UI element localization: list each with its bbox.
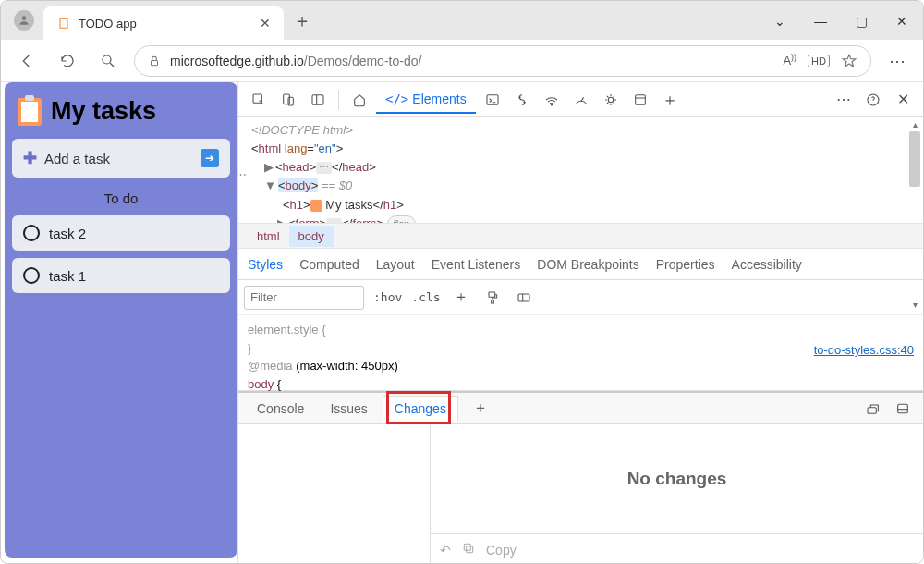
add-task-placeholder: Add a task	[44, 151, 110, 166]
svg-rect-8	[312, 94, 323, 104]
application-tab-icon[interactable]	[627, 87, 653, 113]
drawer-more-icon[interactable]: ＋	[462, 394, 499, 423]
favorite-icon[interactable]	[841, 53, 857, 69]
device-icon[interactable]	[275, 87, 301, 113]
url-text: microsoftedge.github.io/Demos/demo-to-do…	[170, 54, 421, 68]
cls-toggle[interactable]: .cls	[411, 290, 440, 304]
svg-rect-10	[487, 94, 498, 104]
svg-rect-16	[489, 292, 495, 297]
menu-button[interactable]: ⋯	[882, 46, 912, 76]
submit-task-button[interactable]: ➔	[201, 149, 219, 167]
app-header: My tasks	[12, 90, 230, 139]
svg-rect-13	[635, 94, 645, 104]
home-icon[interactable]	[346, 87, 372, 113]
refresh-button[interactable]	[53, 46, 82, 76]
tab-title: TODO app	[79, 17, 137, 31]
tab-elements[interactable]: </>Elements	[376, 86, 476, 114]
window-controls: ⌄ — ▢ ✕	[764, 8, 918, 34]
svg-rect-4	[152, 60, 158, 65]
new-style-rule-icon[interactable]: ＋	[450, 287, 472, 309]
svg-rect-18	[518, 294, 529, 301]
flex-icon[interactable]	[513, 287, 535, 309]
drawer-tabs: Console Issues Changes ＋	[238, 393, 923, 424]
dom-tree[interactable]: ⋯ <!DOCTYPE html> <html lang="en"> ▶<hea…	[238, 117, 923, 223]
back-button[interactable]	[12, 46, 42, 76]
devtools-panel: </>Elements ＋ ⋯ ✕ ⋯ <!DOCTYPE html> <htm…	[237, 82, 923, 564]
scrollbar[interactable]: ▴ ▾	[908, 119, 921, 310]
undo-icon[interactable]: ↶	[440, 543, 451, 558]
svg-rect-20	[868, 407, 876, 413]
subtab-styles[interactable]: Styles	[248, 257, 283, 272]
subtab-layout[interactable]: Layout	[376, 257, 415, 272]
browser-tab[interactable]: TODO app ✕	[43, 6, 284, 40]
svg-point-11	[551, 104, 552, 104]
breadcrumb[interactable]: html body	[238, 223, 923, 249]
task-item[interactable]: task 1	[12, 258, 230, 293]
dock-icon[interactable]	[305, 87, 331, 113]
subtab-events[interactable]: Event Listeners	[432, 257, 521, 272]
inspect-icon[interactable]	[246, 87, 272, 113]
drawer-expand-icon[interactable]	[860, 396, 886, 422]
svg-rect-2	[61, 19, 67, 28]
drawer-tab-changes[interactable]: Changes	[383, 396, 458, 422]
devtools-drawer: Console Issues Changes ＋ No changes ↶ Co…	[238, 391, 923, 564]
svg-point-3	[103, 55, 111, 64]
console-tab-icon[interactable]	[480, 87, 505, 113]
drawer-dock-icon[interactable]	[890, 396, 916, 422]
crumb-body[interactable]: body	[289, 226, 334, 247]
more-tabs-icon[interactable]: ＋	[657, 87, 683, 113]
address-bar[interactable]: microsoftedge.github.io/Demos/demo-to-do…	[134, 45, 871, 77]
styles-tabs: Styles Computed Layout Event Listeners D…	[238, 249, 923, 280]
devtools-more-icon[interactable]: ⋯	[831, 87, 857, 113]
svg-rect-21	[898, 404, 908, 412]
copy-icon[interactable]	[462, 542, 475, 558]
browser-toolbar: microsoftedge.github.io/Demos/demo-to-do…	[1, 40, 923, 82]
svg-rect-24	[464, 544, 470, 550]
copy-label[interactable]: Copy	[486, 543, 517, 558]
svg-rect-23	[467, 546, 473, 553]
svg-point-0	[22, 16, 27, 20]
subtab-computed[interactable]: Computed	[299, 257, 359, 272]
drawer-tab-console[interactable]: Console	[246, 397, 315, 421]
search-button[interactable]	[93, 46, 123, 76]
read-aloud-icon[interactable]: A))	[783, 53, 796, 67]
enhance-icon[interactable]: HD	[808, 55, 830, 67]
changes-footer: ↶ Copy	[431, 533, 923, 564]
todo-app: My tasks ✚ Add a task ➔ To do task 2 tas…	[5, 82, 237, 558]
new-tab-button[interactable]: ＋	[293, 8, 311, 33]
clipboard-icon	[18, 98, 42, 126]
tab-close-icon[interactable]: ✕	[254, 16, 276, 31]
subtab-dombreak[interactable]: DOM Breakpoints	[537, 257, 638, 272]
subtab-props[interactable]: Properties	[656, 257, 715, 272]
close-button[interactable]: ✕	[886, 8, 918, 34]
maximize-button[interactable]: ▢	[845, 8, 877, 34]
task-item[interactable]: task 2	[12, 215, 230, 251]
caret-down-icon[interactable]: ⌄	[764, 8, 796, 34]
hov-toggle[interactable]: :hov	[373, 290, 402, 304]
subtab-a11y[interactable]: Accessibility	[732, 257, 802, 272]
drawer-tab-issues[interactable]: Issues	[319, 397, 378, 421]
sources-tab-icon[interactable]	[509, 87, 535, 113]
styles-pane[interactable]: element.style { } @media (max-width: 450…	[238, 315, 923, 391]
styles-filterbar: :hov .cls ＋	[238, 280, 923, 315]
help-icon[interactable]	[860, 87, 886, 113]
source-link[interactable]: to-do-styles.css:40	[814, 341, 914, 360]
crumb-html[interactable]: html	[248, 226, 289, 247]
add-task-input[interactable]: ✚ Add a task ➔	[12, 139, 230, 178]
task-label: task 1	[49, 268, 86, 284]
profile-icon[interactable]	[14, 10, 34, 31]
devtools-close-icon[interactable]: ✕	[890, 87, 916, 113]
minimize-button[interactable]: —	[805, 8, 836, 34]
network-tab-icon[interactable]	[539, 87, 565, 113]
checkbox-icon[interactable]	[23, 225, 40, 241]
paint-icon[interactable]	[481, 287, 504, 309]
checkbox-icon[interactable]	[23, 267, 40, 284]
changes-sidebar	[238, 424, 431, 564]
styles-filter-input[interactable]	[244, 286, 364, 310]
performance-tab-icon[interactable]	[568, 87, 594, 113]
window-titlebar: TODO app ✕ ＋ ⌄ — ▢ ✕	[1, 1, 923, 40]
section-heading: To do	[12, 190, 230, 206]
plus-icon: ✚	[23, 148, 37, 168]
svg-rect-17	[491, 300, 493, 302]
memory-tab-icon[interactable]	[598, 87, 624, 113]
